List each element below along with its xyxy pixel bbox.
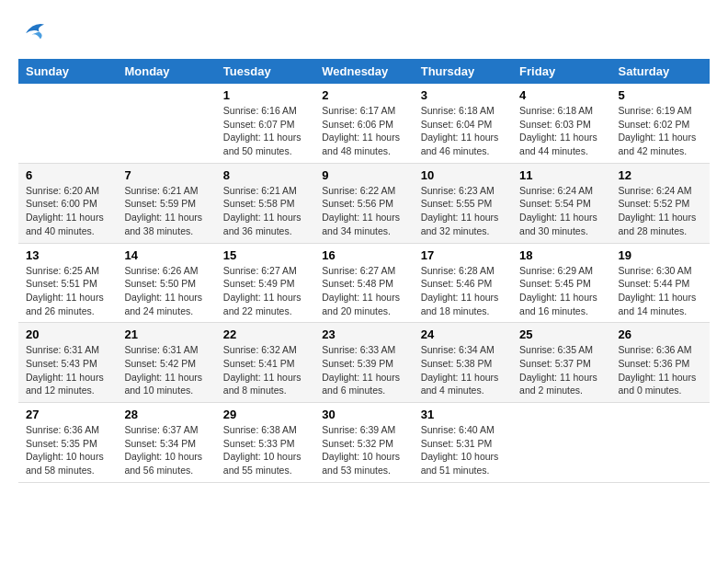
calendar-cell: 8Sunrise: 6:21 AM Sunset: 5:58 PM Daylig…: [216, 163, 314, 243]
day-number: 8: [223, 168, 307, 182]
day-number: 21: [124, 327, 208, 341]
calendar-cell: 2Sunrise: 6:17 AM Sunset: 6:06 PM Daylig…: [314, 84, 413, 163]
day-info: Sunrise: 6:22 AM Sunset: 5:56 PM Dayligh…: [322, 184, 405, 238]
day-info: Sunrise: 6:16 AM Sunset: 6:07 PM Dayligh…: [223, 104, 307, 158]
day-info: Sunrise: 6:39 AM Sunset: 5:32 PM Dayligh…: [322, 423, 405, 477]
day-number: 12: [619, 168, 702, 182]
day-header-thursday: Thursday: [414, 59, 512, 84]
calendar-cell: 15Sunrise: 6:27 AM Sunset: 5:49 PM Dayli…: [216, 243, 314, 323]
day-number: 27: [26, 408, 109, 421]
calendar-cell: 9Sunrise: 6:22 AM Sunset: 5:56 PM Daylig…: [314, 163, 413, 243]
day-number: 29: [223, 408, 307, 421]
day-info: Sunrise: 6:34 AM Sunset: 5:38 PM Dayligh…: [421, 343, 505, 397]
calendar-cell: [18, 84, 117, 163]
day-number: 3: [421, 88, 505, 102]
day-info: Sunrise: 6:21 AM Sunset: 5:58 PM Dayligh…: [223, 184, 307, 238]
calendar-cell: 12Sunrise: 6:24 AM Sunset: 5:52 PM Dayli…: [611, 163, 710, 243]
calendar-week-row: 1Sunrise: 6:16 AM Sunset: 6:07 PM Daylig…: [18, 84, 710, 163]
calendar-cell: 10Sunrise: 6:23 AM Sunset: 5:55 PM Dayli…: [414, 163, 512, 243]
day-info: Sunrise: 6:36 AM Sunset: 5:36 PM Dayligh…: [619, 343, 702, 397]
calendar-cell: 28Sunrise: 6:37 AM Sunset: 5:34 PM Dayli…: [117, 403, 215, 483]
day-info: Sunrise: 6:29 AM Sunset: 5:45 PM Dayligh…: [519, 264, 603, 318]
day-number: 6: [26, 168, 109, 182]
day-header-friday: Friday: [512, 59, 610, 84]
day-number: 13: [26, 248, 109, 262]
day-header-tuesday: Tuesday: [216, 59, 314, 84]
day-info: Sunrise: 6:24 AM Sunset: 5:54 PM Dayligh…: [519, 184, 603, 238]
calendar-cell: 13Sunrise: 6:25 AM Sunset: 5:51 PM Dayli…: [18, 243, 117, 323]
day-info: Sunrise: 6:33 AM Sunset: 5:39 PM Dayligh…: [322, 343, 405, 397]
day-info: Sunrise: 6:23 AM Sunset: 5:55 PM Dayligh…: [421, 184, 505, 238]
day-header-wednesday: Wednesday: [314, 59, 413, 84]
day-info: Sunrise: 6:27 AM Sunset: 5:49 PM Dayligh…: [223, 264, 307, 318]
calendar-cell: [512, 403, 610, 483]
day-info: Sunrise: 6:38 AM Sunset: 5:33 PM Dayligh…: [223, 423, 307, 477]
day-number: 22: [223, 327, 307, 341]
day-header-saturday: Saturday: [611, 59, 710, 84]
calendar-cell: 23Sunrise: 6:33 AM Sunset: 5:39 PM Dayli…: [314, 323, 413, 403]
day-info: Sunrise: 6:20 AM Sunset: 6:00 PM Dayligh…: [26, 184, 109, 238]
calendar-header-row: SundayMondayTuesdayWednesdayThursdayFrid…: [18, 59, 710, 84]
calendar-cell: [611, 403, 710, 483]
day-number: 25: [519, 327, 603, 341]
calendar-cell: 22Sunrise: 6:32 AM Sunset: 5:41 PM Dayli…: [216, 323, 314, 403]
day-number: 18: [519, 248, 603, 262]
day-info: Sunrise: 6:28 AM Sunset: 5:46 PM Dayligh…: [421, 264, 505, 318]
calendar-cell: 20Sunrise: 6:31 AM Sunset: 5:43 PM Dayli…: [18, 323, 117, 403]
day-info: Sunrise: 6:24 AM Sunset: 5:52 PM Dayligh…: [619, 184, 702, 238]
day-info: Sunrise: 6:18 AM Sunset: 6:04 PM Dayligh…: [421, 104, 505, 158]
calendar-cell: 27Sunrise: 6:36 AM Sunset: 5:35 PM Dayli…: [18, 403, 117, 483]
calendar-cell: 25Sunrise: 6:35 AM Sunset: 5:37 PM Dayli…: [512, 323, 610, 403]
day-info: Sunrise: 6:36 AM Sunset: 5:35 PM Dayligh…: [26, 423, 109, 477]
day-info: Sunrise: 6:21 AM Sunset: 5:59 PM Dayligh…: [124, 184, 208, 238]
day-info: Sunrise: 6:30 AM Sunset: 5:44 PM Dayligh…: [619, 264, 702, 318]
calendar-cell: 11Sunrise: 6:24 AM Sunset: 5:54 PM Dayli…: [512, 163, 610, 243]
calendar-cell: 30Sunrise: 6:39 AM Sunset: 5:32 PM Dayli…: [314, 403, 413, 483]
day-number: 31: [421, 408, 505, 421]
day-info: Sunrise: 6:19 AM Sunset: 6:02 PM Dayligh…: [619, 104, 702, 158]
day-number: 7: [124, 168, 208, 182]
day-number: 24: [421, 327, 505, 341]
calendar-week-row: 20Sunrise: 6:31 AM Sunset: 5:43 PM Dayli…: [18, 323, 710, 403]
calendar-cell: 7Sunrise: 6:21 AM Sunset: 5:59 PM Daylig…: [117, 163, 215, 243]
day-info: Sunrise: 6:31 AM Sunset: 5:42 PM Dayligh…: [124, 343, 208, 397]
calendar-cell: 6Sunrise: 6:20 AM Sunset: 6:00 PM Daylig…: [18, 163, 117, 243]
calendar-cell: 1Sunrise: 6:16 AM Sunset: 6:07 PM Daylig…: [216, 84, 314, 163]
day-number: 9: [322, 168, 405, 182]
calendar-cell: 26Sunrise: 6:36 AM Sunset: 5:36 PM Dayli…: [611, 323, 710, 403]
day-number: 5: [619, 88, 702, 102]
calendar-cell: 17Sunrise: 6:28 AM Sunset: 5:46 PM Dayli…: [414, 243, 512, 323]
day-number: 23: [322, 327, 405, 341]
day-number: 4: [519, 88, 603, 102]
day-number: 14: [124, 248, 208, 262]
day-info: Sunrise: 6:31 AM Sunset: 5:43 PM Dayligh…: [26, 343, 109, 397]
day-number: 11: [519, 168, 603, 182]
logo-bird-icon: [18, 18, 48, 44]
calendar-cell: 31Sunrise: 6:40 AM Sunset: 5:31 PM Dayli…: [414, 403, 512, 483]
day-number: 19: [619, 248, 702, 262]
day-info: Sunrise: 6:37 AM Sunset: 5:34 PM Dayligh…: [124, 423, 208, 477]
calendar-week-row: 27Sunrise: 6:36 AM Sunset: 5:35 PM Dayli…: [18, 403, 710, 483]
page-header: [18, 18, 710, 44]
calendar-cell: [117, 84, 215, 163]
calendar-cell: 18Sunrise: 6:29 AM Sunset: 5:45 PM Dayli…: [512, 243, 610, 323]
day-info: Sunrise: 6:27 AM Sunset: 5:48 PM Dayligh…: [322, 264, 405, 318]
logo: [18, 18, 51, 44]
calendar-cell: 21Sunrise: 6:31 AM Sunset: 5:42 PM Dayli…: [117, 323, 215, 403]
day-info: Sunrise: 6:26 AM Sunset: 5:50 PM Dayligh…: [124, 264, 208, 318]
day-number: 20: [26, 327, 109, 341]
day-info: Sunrise: 6:40 AM Sunset: 5:31 PM Dayligh…: [421, 423, 505, 477]
day-number: 26: [619, 327, 702, 341]
calendar-cell: 14Sunrise: 6:26 AM Sunset: 5:50 PM Dayli…: [117, 243, 215, 323]
day-info: Sunrise: 6:35 AM Sunset: 5:37 PM Dayligh…: [519, 343, 603, 397]
day-info: Sunrise: 6:25 AM Sunset: 5:51 PM Dayligh…: [26, 264, 109, 318]
day-number: 30: [322, 408, 405, 421]
day-header-monday: Monday: [117, 59, 215, 84]
day-number: 2: [322, 88, 405, 102]
day-number: 15: [223, 248, 307, 262]
calendar-cell: 16Sunrise: 6:27 AM Sunset: 5:48 PM Dayli…: [314, 243, 413, 323]
calendar-cell: 19Sunrise: 6:30 AM Sunset: 5:44 PM Dayli…: [611, 243, 710, 323]
calendar-cell: 5Sunrise: 6:19 AM Sunset: 6:02 PM Daylig…: [611, 84, 710, 163]
day-info: Sunrise: 6:18 AM Sunset: 6:03 PM Dayligh…: [519, 104, 603, 158]
day-header-sunday: Sunday: [18, 59, 117, 84]
